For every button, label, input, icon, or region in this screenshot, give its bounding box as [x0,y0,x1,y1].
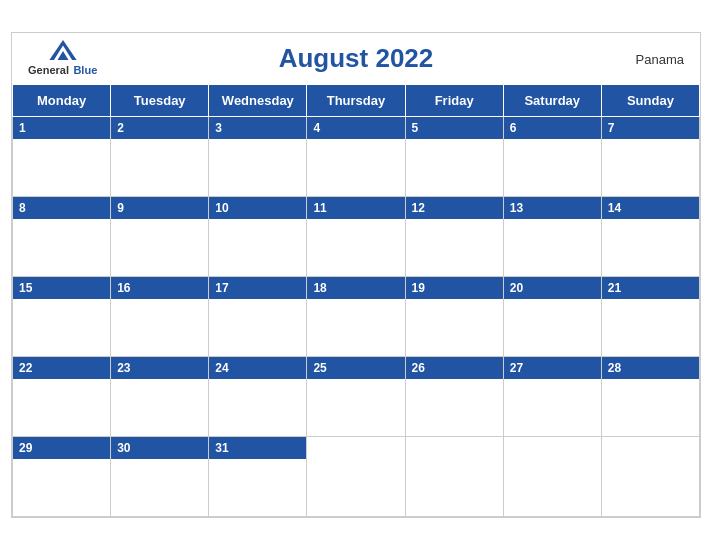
calendar-day-cell: 30 [111,437,209,517]
day-number: 18 [313,281,398,295]
day-number: 1 [19,121,104,135]
calendar-day-cell: 7 [601,117,699,197]
logo-blue-text: Blue [73,64,97,76]
calendar-day-cell [503,437,601,517]
weekday-wednesday: Wednesday [209,85,307,117]
logo-icon [49,40,77,60]
calendar-day-cell: 20 [503,277,601,357]
day-number: 23 [117,361,202,375]
day-number: 8 [19,201,104,215]
calendar-table: Monday Tuesday Wednesday Thursday Friday… [12,84,700,517]
day-number: 20 [510,281,595,295]
day-number: 13 [510,201,595,215]
calendar-day-cell: 27 [503,357,601,437]
calendar-day-cell: 4 [307,117,405,197]
day-number: 17 [215,281,300,295]
day-number: 5 [412,121,497,135]
calendar-day-cell: 22 [13,357,111,437]
calendar-day-cell: 31 [209,437,307,517]
calendar-day-cell: 8 [13,197,111,277]
day-number: 12 [412,201,497,215]
calendar-day-cell: 19 [405,277,503,357]
calendar-day-cell [405,437,503,517]
calendar-day-cell: 1 [13,117,111,197]
weekday-sunday: Sunday [601,85,699,117]
day-number: 19 [412,281,497,295]
day-number: 2 [117,121,202,135]
week-row-3: 15161718192021 [13,277,700,357]
calendar-day-cell: 21 [601,277,699,357]
weekday-friday: Friday [405,85,503,117]
calendar-day-cell: 2 [111,117,209,197]
calendar-day-cell [601,437,699,517]
calendar-day-cell: 15 [13,277,111,357]
day-number: 22 [19,361,104,375]
calendar-day-cell: 13 [503,197,601,277]
calendar-day-cell: 26 [405,357,503,437]
calendar-day-cell: 23 [111,357,209,437]
calendar-day-cell [307,437,405,517]
day-number: 15 [19,281,104,295]
day-number: 27 [510,361,595,375]
weekday-monday: Monday [13,85,111,117]
country-label: Panama [636,51,684,66]
day-number: 31 [215,441,300,455]
week-row-5: 293031 [13,437,700,517]
day-number: 6 [510,121,595,135]
weekday-header-row: Monday Tuesday Wednesday Thursday Friday… [13,85,700,117]
weekday-saturday: Saturday [503,85,601,117]
calendar-day-cell: 3 [209,117,307,197]
day-number: 3 [215,121,300,135]
calendar-header: General Blue August 2022 Panama [12,33,700,84]
day-number: 29 [19,441,104,455]
calendar-day-cell: 14 [601,197,699,277]
calendar-day-cell: 5 [405,117,503,197]
calendar-day-cell: 17 [209,277,307,357]
calendar-day-cell: 25 [307,357,405,437]
calendar-day-cell: 12 [405,197,503,277]
calendar-day-cell: 18 [307,277,405,357]
calendar-day-cell: 28 [601,357,699,437]
calendar-day-cell: 10 [209,197,307,277]
day-number: 28 [608,361,693,375]
logo: General Blue [28,40,97,78]
day-number: 26 [412,361,497,375]
calendar-day-cell: 11 [307,197,405,277]
day-number: 24 [215,361,300,375]
day-number: 7 [608,121,693,135]
calendar-day-cell: 6 [503,117,601,197]
week-row-1: 1234567 [13,117,700,197]
calendar-container: General Blue August 2022 Panama Monday T… [11,32,701,518]
day-number: 25 [313,361,398,375]
calendar-day-cell: 9 [111,197,209,277]
calendar-day-cell: 24 [209,357,307,437]
week-row-4: 22232425262728 [13,357,700,437]
week-row-2: 891011121314 [13,197,700,277]
day-number: 4 [313,121,398,135]
day-number: 14 [608,201,693,215]
day-number: 21 [608,281,693,295]
day-number: 16 [117,281,202,295]
calendar-day-cell: 29 [13,437,111,517]
calendar-day-cell: 16 [111,277,209,357]
weekday-thursday: Thursday [307,85,405,117]
day-number: 9 [117,201,202,215]
weekday-tuesday: Tuesday [111,85,209,117]
logo-general-text: General [28,64,69,76]
calendar-title: August 2022 [279,43,434,74]
day-number: 11 [313,201,398,215]
day-number: 10 [215,201,300,215]
day-number: 30 [117,441,202,455]
